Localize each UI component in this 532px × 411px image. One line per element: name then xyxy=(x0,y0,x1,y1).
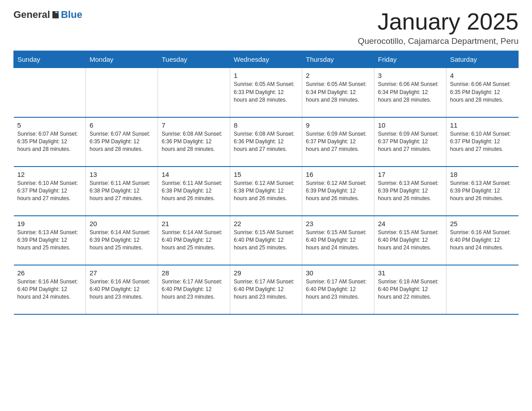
calendar-cell: 21Sunrise: 6:14 AM Sunset: 6:40 PM Dayli… xyxy=(158,216,230,265)
calendar-cell: 1Sunrise: 6:05 AM Sunset: 6:33 PM Daylig… xyxy=(230,68,302,117)
logo-icon xyxy=(50,10,61,20)
logo-blue-text: Blue xyxy=(61,9,82,21)
day-number: 13 xyxy=(90,171,154,178)
weekday-header-row: SundayMondayTuesdayWednesdayThursdayFrid… xyxy=(14,51,519,68)
calendar-table: SundayMondayTuesdayWednesdayThursdayFrid… xyxy=(13,51,519,315)
calendar-cell: 22Sunrise: 6:15 AM Sunset: 6:40 PM Dayli… xyxy=(230,216,302,265)
day-number: 16 xyxy=(306,171,370,178)
calendar-cell: 31Sunrise: 6:18 AM Sunset: 6:40 PM Dayli… xyxy=(374,265,446,314)
day-number: 8 xyxy=(234,121,298,129)
day-info: Sunrise: 6:08 AM Sunset: 6:36 PM Dayligh… xyxy=(234,130,298,154)
logo-general-text: General xyxy=(13,9,50,21)
logo: General Blue xyxy=(13,9,82,21)
day-info: Sunrise: 6:05 AM Sunset: 6:33 PM Dayligh… xyxy=(234,81,298,104)
calendar-week-2: 5Sunrise: 6:07 AM Sunset: 6:35 PM Daylig… xyxy=(14,117,519,167)
calendar-cell xyxy=(446,265,519,314)
day-number: 4 xyxy=(450,72,515,79)
calendar-cell: 30Sunrise: 6:17 AM Sunset: 6:40 PM Dayli… xyxy=(302,265,374,314)
day-info: Sunrise: 6:18 AM Sunset: 6:40 PM Dayligh… xyxy=(378,278,442,301)
calendar-cell: 4Sunrise: 6:06 AM Sunset: 6:35 PM Daylig… xyxy=(446,68,519,117)
calendar-cell: 16Sunrise: 6:12 AM Sunset: 6:39 PM Dayli… xyxy=(302,167,374,216)
day-info: Sunrise: 6:07 AM Sunset: 6:35 PM Dayligh… xyxy=(17,130,82,154)
calendar-cell: 10Sunrise: 6:09 AM Sunset: 6:37 PM Dayli… xyxy=(374,117,446,167)
day-number: 7 xyxy=(162,121,226,129)
day-info: Sunrise: 6:13 AM Sunset: 6:39 PM Dayligh… xyxy=(17,229,82,252)
weekday-header-wednesday: Wednesday xyxy=(230,51,302,68)
day-number: 12 xyxy=(17,171,82,178)
day-number: 1 xyxy=(234,72,298,79)
title-block: January 2025 Querocotillo, Cajamarca Dep… xyxy=(358,9,519,46)
calendar-cell: 23Sunrise: 6:15 AM Sunset: 6:40 PM Dayli… xyxy=(302,216,374,265)
calendar-cell: 25Sunrise: 6:16 AM Sunset: 6:40 PM Dayli… xyxy=(446,216,519,265)
day-info: Sunrise: 6:11 AM Sunset: 6:38 PM Dayligh… xyxy=(162,180,226,203)
day-number: 14 xyxy=(162,171,226,178)
day-number: 18 xyxy=(450,171,515,178)
day-number: 6 xyxy=(90,121,154,129)
calendar-cell: 5Sunrise: 6:07 AM Sunset: 6:35 PM Daylig… xyxy=(14,117,86,167)
weekday-header-tuesday: Tuesday xyxy=(158,51,230,68)
page-header: General Blue January 2025 Querocotillo, … xyxy=(13,9,519,46)
day-info: Sunrise: 6:12 AM Sunset: 6:38 PM Dayligh… xyxy=(234,180,298,203)
day-info: Sunrise: 6:09 AM Sunset: 6:37 PM Dayligh… xyxy=(306,130,370,154)
day-number: 23 xyxy=(306,220,370,227)
day-number: 17 xyxy=(378,171,442,178)
day-info: Sunrise: 6:16 AM Sunset: 6:40 PM Dayligh… xyxy=(90,278,154,301)
calendar-cell: 8Sunrise: 6:08 AM Sunset: 6:36 PM Daylig… xyxy=(230,117,302,167)
day-number: 5 xyxy=(17,121,82,129)
day-number: 21 xyxy=(162,220,226,227)
calendar-cell: 18Sunrise: 6:13 AM Sunset: 6:39 PM Dayli… xyxy=(446,167,519,216)
calendar-cell: 26Sunrise: 6:16 AM Sunset: 6:40 PM Dayli… xyxy=(14,265,86,314)
calendar-cell: 27Sunrise: 6:16 AM Sunset: 6:40 PM Dayli… xyxy=(86,265,158,314)
day-number: 22 xyxy=(234,220,298,227)
day-number: 2 xyxy=(306,72,370,79)
weekday-header-monday: Monday xyxy=(86,51,158,68)
day-info: Sunrise: 6:17 AM Sunset: 6:40 PM Dayligh… xyxy=(162,278,226,301)
day-info: Sunrise: 6:05 AM Sunset: 6:34 PM Dayligh… xyxy=(306,81,370,104)
weekday-header-saturday: Saturday xyxy=(446,51,519,68)
calendar-cell: 9Sunrise: 6:09 AM Sunset: 6:37 PM Daylig… xyxy=(302,117,374,167)
day-info: Sunrise: 6:15 AM Sunset: 6:40 PM Dayligh… xyxy=(234,229,298,252)
day-number: 15 xyxy=(234,171,298,178)
month-title: January 2025 xyxy=(358,9,519,34)
day-number: 31 xyxy=(378,269,442,277)
day-info: Sunrise: 6:06 AM Sunset: 6:35 PM Dayligh… xyxy=(450,81,515,104)
day-number: 28 xyxy=(162,269,226,277)
calendar-cell: 19Sunrise: 6:13 AM Sunset: 6:39 PM Dayli… xyxy=(14,216,86,265)
calendar-cell: 28Sunrise: 6:17 AM Sunset: 6:40 PM Dayli… xyxy=(158,265,230,314)
calendar-cell: 12Sunrise: 6:10 AM Sunset: 6:37 PM Dayli… xyxy=(14,167,86,216)
calendar-week-4: 19Sunrise: 6:13 AM Sunset: 6:39 PM Dayli… xyxy=(14,216,519,265)
day-number: 26 xyxy=(17,269,82,277)
day-info: Sunrise: 6:17 AM Sunset: 6:40 PM Dayligh… xyxy=(234,278,298,301)
calendar-cell: 15Sunrise: 6:12 AM Sunset: 6:38 PM Dayli… xyxy=(230,167,302,216)
calendar-cell: 3Sunrise: 6:06 AM Sunset: 6:34 PM Daylig… xyxy=(374,68,446,117)
day-number: 27 xyxy=(90,269,154,277)
day-number: 11 xyxy=(450,121,515,129)
day-info: Sunrise: 6:10 AM Sunset: 6:37 PM Dayligh… xyxy=(450,130,515,154)
day-number: 30 xyxy=(306,269,370,277)
day-number: 29 xyxy=(234,269,298,277)
day-info: Sunrise: 6:14 AM Sunset: 6:40 PM Dayligh… xyxy=(162,229,226,252)
day-number: 10 xyxy=(378,121,442,129)
day-info: Sunrise: 6:11 AM Sunset: 6:38 PM Dayligh… xyxy=(90,180,154,203)
calendar-week-1: 1Sunrise: 6:05 AM Sunset: 6:33 PM Daylig… xyxy=(14,68,519,117)
calendar-cell: 14Sunrise: 6:11 AM Sunset: 6:38 PM Dayli… xyxy=(158,167,230,216)
calendar-cell: 2Sunrise: 6:05 AM Sunset: 6:34 PM Daylig… xyxy=(302,68,374,117)
weekday-header-thursday: Thursday xyxy=(302,51,374,68)
calendar-cell: 13Sunrise: 6:11 AM Sunset: 6:38 PM Dayli… xyxy=(86,167,158,216)
day-info: Sunrise: 6:14 AM Sunset: 6:39 PM Dayligh… xyxy=(90,229,154,252)
calendar-cell: 20Sunrise: 6:14 AM Sunset: 6:39 PM Dayli… xyxy=(86,216,158,265)
day-number: 24 xyxy=(378,220,442,227)
calendar-cell: 11Sunrise: 6:10 AM Sunset: 6:37 PM Dayli… xyxy=(446,117,519,167)
calendar-cell: 17Sunrise: 6:13 AM Sunset: 6:39 PM Dayli… xyxy=(374,167,446,216)
day-info: Sunrise: 6:17 AM Sunset: 6:40 PM Dayligh… xyxy=(306,278,370,301)
day-number: 9 xyxy=(306,121,370,129)
calendar-cell: 7Sunrise: 6:08 AM Sunset: 6:36 PM Daylig… xyxy=(158,117,230,167)
day-info: Sunrise: 6:10 AM Sunset: 6:37 PM Dayligh… xyxy=(17,180,82,203)
calendar-cell xyxy=(14,68,86,117)
weekday-header-sunday: Sunday xyxy=(14,51,86,68)
day-info: Sunrise: 6:08 AM Sunset: 6:36 PM Dayligh… xyxy=(162,130,226,154)
day-info: Sunrise: 6:15 AM Sunset: 6:40 PM Dayligh… xyxy=(378,229,442,252)
calendar-cell: 24Sunrise: 6:15 AM Sunset: 6:40 PM Dayli… xyxy=(374,216,446,265)
calendar-week-3: 12Sunrise: 6:10 AM Sunset: 6:37 PM Dayli… xyxy=(14,167,519,216)
day-number: 19 xyxy=(17,220,82,227)
